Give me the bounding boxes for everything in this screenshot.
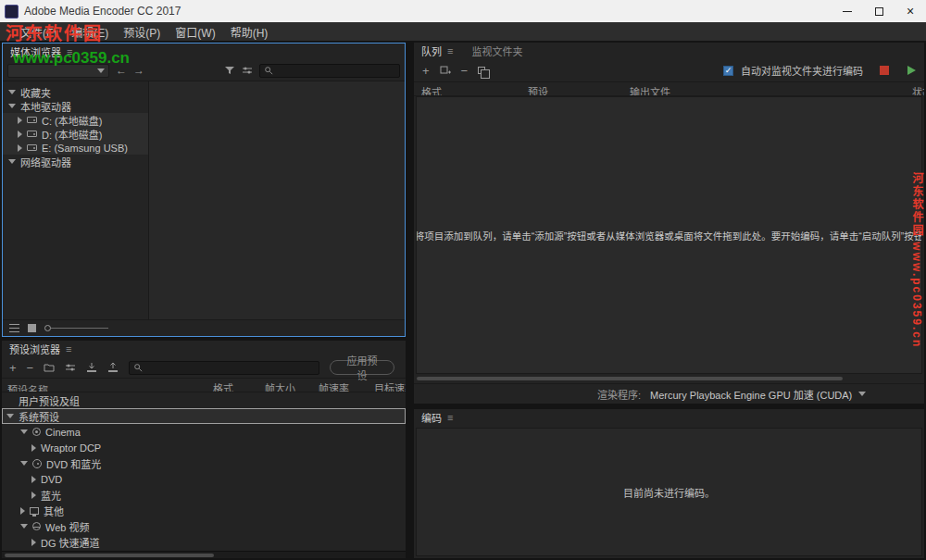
forward-icon[interactable]: →: [133, 65, 144, 76]
chevron-down-icon[interactable]: [8, 104, 16, 108]
chevron-down-icon: [858, 392, 866, 396]
new-group-icon[interactable]: [44, 362, 55, 373]
renderer-dropdown[interactable]: Mercury Playback Engine GPU 加速 (CUDA): [650, 387, 866, 402]
tree-item-network-drives[interactable]: 网络驱动器: [3, 155, 148, 168]
preset-column-headers: 预设名称 ↑ 格式 帧大小 帧速率 目标速率: [2, 378, 406, 392]
preset-settings-icon[interactable]: [65, 362, 76, 373]
column-frame-size[interactable]: 帧大小: [265, 380, 295, 392]
menubar: 文件(F) 编辑(E) 预设(P) 窗口(W) 帮助(H): [0, 22, 926, 41]
chevron-right-icon[interactable]: [18, 131, 22, 138]
menu-item-window[interactable]: 窗口(W): [168, 24, 222, 40]
thumbnail-view-icon[interactable]: [28, 324, 36, 332]
add-source-icon[interactable]: +: [422, 65, 430, 77]
tree-item-drive-d[interactable]: D: (本地磁盘): [3, 127, 148, 141]
tab-encoding[interactable]: 编码: [421, 410, 442, 425]
chevron-down-icon[interactable]: [20, 429, 28, 434]
preset-row-user-presets[interactable]: 用户预设及组: [2, 392, 406, 408]
list-view-icon[interactable]: [9, 324, 19, 332]
auto-encode-checkbox[interactable]: ✓: [723, 66, 733, 76]
preset-row-others[interactable]: 其他: [2, 503, 406, 518]
media-search-input[interactable]: [277, 65, 395, 76]
stop-queue-button[interactable]: [880, 66, 889, 75]
location-dropdown[interactable]: [7, 64, 109, 78]
tree-item-local-drives[interactable]: 本地驱动器: [3, 99, 148, 113]
chevron-down-icon[interactable]: [8, 90, 16, 94]
maximize-button[interactable]: [863, 0, 895, 22]
tab-watch-folders[interactable]: 监视文件夹: [471, 44, 522, 58]
panel-menu-icon[interactable]: ≡: [66, 344, 71, 355]
tab-media-browser[interactable]: 媒体浏览器: [10, 44, 61, 59]
start-queue-button[interactable]: [907, 66, 916, 75]
preset-search-input[interactable]: [146, 362, 315, 373]
column-format[interactable]: 格式: [213, 380, 233, 392]
preset-row-bluray[interactable]: 蓝光: [2, 487, 406, 503]
preset-row-dvd-bluray[interactable]: DVD 和蓝光: [2, 455, 406, 471]
duplicate-icon[interactable]: [478, 67, 485, 74]
import-preset-icon[interactable]: [86, 362, 97, 373]
queue-empty-hint: 要将项目添加到队列，请单击“添加源”按钮或者从媒体浏览器或桌面将文件拖到此处。要…: [416, 229, 922, 243]
new-preset-icon[interactable]: +: [9, 362, 17, 374]
chevron-right-icon[interactable]: [20, 507, 25, 515]
tree-item-label: D: (本地磁盘): [42, 127, 102, 142]
chevron-down-icon[interactable]: [20, 524, 28, 529]
scrollbar-thumb[interactable]: [417, 377, 843, 380]
add-output-icon[interactable]: [440, 65, 451, 76]
preset-row-cinema[interactable]: Cinema: [2, 424, 406, 440]
remove-icon[interactable]: −: [461, 65, 469, 77]
tree-item-drive-c[interactable]: C: (本地磁盘): [3, 113, 148, 127]
media-search-field: [259, 64, 400, 78]
panel-menu-icon[interactable]: ≡: [67, 47, 72, 57]
tab-preset-browser[interactable]: 预设浏览器: [9, 342, 60, 356]
column-format: 格式: [421, 84, 442, 96]
chevron-right-icon[interactable]: [31, 492, 36, 499]
chevron-right-icon[interactable]: [31, 476, 36, 483]
tree-item-label: E: (Samsung USB): [42, 143, 128, 154]
preset-row-label: 系统预设: [19, 409, 59, 424]
column-target-rate[interactable]: 目标速率: [374, 380, 406, 392]
export-preset-icon[interactable]: [107, 362, 119, 373]
preset-row-dg-fast-channel[interactable]: DG 快速通道: [2, 534, 406, 550]
drive-icon: [27, 144, 37, 151]
chevron-right-icon[interactable]: [31, 444, 36, 452]
column-frame-rate[interactable]: 帧速率: [319, 380, 349, 392]
chevron-right-icon[interactable]: [18, 117, 22, 124]
preset-row-wraptor-dcp[interactable]: Wraptor DCP: [2, 440, 406, 455]
tab-queue[interactable]: 队列: [421, 44, 442, 58]
media-content-area[interactable]: [149, 81, 405, 319]
apply-preset-button[interactable]: 应用预设: [330, 360, 394, 375]
delete-preset-icon[interactable]: −: [27, 362, 34, 374]
preset-browser-toolbar: + −: [2, 357, 406, 378]
thumbnail-size-slider: [44, 325, 108, 331]
menu-item-edit[interactable]: 编辑(E): [64, 24, 116, 40]
tree-item-drive-e[interactable]: E: (Samsung USB): [3, 141, 148, 155]
panel-menu-icon[interactable]: ≡: [447, 46, 453, 56]
scrollbar-thumb[interactable]: [5, 554, 214, 557]
panel-menu-icon[interactable]: ≡: [447, 413, 453, 423]
back-icon[interactable]: ←: [116, 65, 127, 76]
preset-row-system-presets[interactable]: 系统预设: [2, 408, 406, 424]
encoding-status-text: 目前尚未进行编码。: [623, 485, 715, 500]
queue-horizontal-scrollbar: [414, 374, 924, 383]
preset-row-label: 蓝光: [41, 488, 61, 503]
chevron-down-icon[interactable]: [6, 414, 14, 418]
minimize-button[interactable]: [832, 0, 863, 22]
minimize-icon: [843, 11, 852, 12]
queue-drop-area[interactable]: 要将项目添加到队列，请单击“添加源”按钮或者从媒体浏览器或桌面将文件拖到此处。要…: [416, 96, 922, 374]
tree-item-favorites[interactable]: 收藏夹: [3, 85, 148, 99]
close-button[interactable]: ×: [895, 0, 926, 22]
filter-icon[interactable]: [224, 65, 235, 76]
preset-row-label: Cinema: [45, 427, 81, 438]
slider-knob[interactable]: [44, 325, 51, 331]
preset-row-dvd[interactable]: DVD: [2, 471, 406, 487]
menu-item-help[interactable]: 帮助(H): [223, 24, 276, 40]
chevron-right-icon[interactable]: [31, 539, 36, 546]
chevron-right-icon[interactable]: [18, 144, 22, 152]
preset-row-web-video[interactable]: Web 视频: [2, 518, 406, 534]
menu-item-file[interactable]: 文件(F): [13, 24, 64, 40]
preset-search-field: [129, 361, 319, 375]
chevron-down-icon[interactable]: [20, 461, 28, 466]
disc-icon: [32, 459, 42, 468]
menu-item-preset[interactable]: 预设(P): [116, 24, 168, 40]
view-options-icon[interactable]: [242, 65, 253, 76]
chevron-down-icon[interactable]: [8, 159, 16, 164]
